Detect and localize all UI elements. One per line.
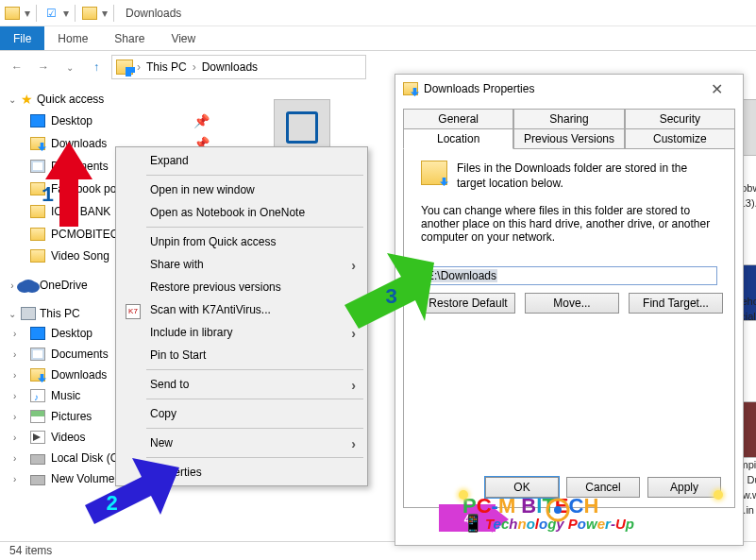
tab-strip: General Sharing Security Location Previo… (403, 109, 735, 508)
properties-qat-icon[interactable]: ☑ (42, 5, 59, 22)
ctx-include-library[interactable]: Include in library (118, 321, 365, 344)
status-item-count: 54 items (9, 544, 52, 557)
cancel-button[interactable]: Cancel (566, 477, 640, 498)
downloads-icon (116, 59, 133, 75)
folder-icon (30, 249, 45, 263)
folder-icon (30, 228, 45, 241)
ctx-new[interactable]: New (118, 432, 365, 454)
ribbon-tab-share[interactable]: Share (101, 26, 158, 50)
move-button[interactable]: Move... (525, 293, 619, 314)
onedrive-icon (21, 280, 36, 291)
downloads-icon (421, 161, 447, 185)
location-msg-1: Files in the Downloads folder are stored… (457, 161, 717, 191)
pictures-icon (30, 410, 45, 423)
dialog-titlebar[interactable]: Downloads Properties ✕ (395, 75, 743, 103)
k7-icon: K7 (126, 304, 141, 319)
videos-icon (30, 431, 45, 444)
ribbon-tab-home[interactable]: Home (44, 26, 101, 50)
breadcrumb-current[interactable]: Downloads (198, 60, 261, 74)
recent-dropdown[interactable]: ⌄ (59, 56, 81, 78)
ribbon-tab-file[interactable]: File (0, 26, 44, 50)
title-bar: ▾ ☑ ▾ ▾ Downloads (0, 0, 756, 26)
star-icon: ★ (21, 92, 33, 107)
back-button[interactable]: ← (6, 56, 28, 78)
drive-icon (30, 454, 45, 465)
ctx-properties[interactable]: Properties (118, 461, 365, 484)
ctx-open-new-window[interactable]: Open in new window (118, 178, 365, 201)
properties-dialog: Downloads Properties ✕ General Sharing S… (395, 74, 744, 546)
drive-icon (30, 475, 45, 485)
annotation-number-1: 1 (42, 184, 54, 208)
forward-button[interactable]: → (32, 56, 55, 78)
pc-icon (21, 307, 36, 320)
address-bar[interactable]: › This PC › Downloads (111, 55, 366, 79)
find-target-button[interactable]: Find Target... (629, 293, 723, 314)
folder-icon-2 (81, 5, 98, 22)
sidebar-item-desktop[interactable]: Desktop📌 (0, 110, 217, 132)
ctx-pin-start[interactable]: Pin to Start (118, 344, 365, 366)
ribbon: File Home Share View (0, 26, 756, 51)
chevron-icon[interactable]: › (191, 60, 198, 74)
downloads-icon (30, 368, 45, 382)
annotation-number-3: 3 (385, 286, 397, 310)
downloads-icon (30, 137, 45, 150)
apply-button[interactable]: Apply (647, 477, 721, 498)
desktop-icon (30, 327, 45, 340)
tab-security[interactable]: Security (625, 109, 735, 128)
collapse-icon[interactable]: ⌄ (8, 94, 17, 105)
ctx-expand[interactable]: Expand (118, 149, 365, 172)
path-input[interactable]: E:\Downloads (421, 266, 717, 285)
documents-icon (30, 348, 45, 361)
folder-icon (4, 5, 21, 22)
documents-icon (30, 160, 45, 173)
tab-sharing[interactable]: Sharing (513, 109, 624, 128)
tab-general[interactable]: General (403, 109, 513, 128)
qat-down-icon-2[interactable]: ▾ (63, 7, 69, 20)
collapse-icon[interactable]: ⌄ (8, 309, 17, 319)
breadcrumb-root[interactable]: This PC (143, 60, 191, 74)
close-button[interactable]: ✕ (697, 80, 735, 98)
context-menu: Expand Open in new window Open as Notebo… (115, 146, 368, 486)
downloads-icon (403, 82, 418, 95)
tab-customize[interactable]: Customize (625, 128, 735, 149)
expand-icon[interactable]: › (8, 280, 17, 291)
restore-default-button[interactable]: Restore Default (421, 293, 515, 314)
ctx-send-to[interactable]: Send to (118, 373, 365, 396)
customize-qat-icon[interactable]: ▾ (102, 7, 108, 20)
ribbon-tab-view[interactable]: View (158, 26, 209, 50)
chevron-icon[interactable]: › (135, 60, 143, 74)
ctx-scan-k7[interactable]: K7Scan with K7AntiVirus... (118, 298, 365, 321)
location-msg-2: You can change where files in this folde… (421, 204, 717, 244)
ok-button[interactable]: OK (485, 477, 559, 498)
ctx-restore-versions[interactable]: Restore previous versions (118, 276, 365, 298)
annotation-number-2: 2 (106, 493, 118, 517)
music-icon (30, 389, 45, 402)
ctx-unpin[interactable]: Unpin from Quick access (118, 230, 365, 253)
tab-panel-location: Files in the Downloads folder are stored… (403, 149, 735, 508)
up-button[interactable]: ↑ (85, 56, 108, 78)
ctx-share-with[interactable]: Share with (118, 253, 365, 276)
tab-location[interactable]: Location (403, 128, 513, 149)
ctx-open-onenote[interactable]: Open as Notebook in OneNote (118, 201, 365, 224)
qat-down-icon[interactable]: ▾ (25, 7, 30, 20)
tab-previous-versions[interactable]: Previous Versions (513, 128, 624, 149)
dialog-title: Downloads Properties (424, 82, 697, 95)
sidebar-quick-access[interactable]: ⌄ ★ Quick access (0, 89, 217, 110)
pin-icon: 📌 (193, 113, 210, 128)
desktop-icon (30, 114, 45, 127)
ctx-copy[interactable]: Copy (118, 402, 365, 425)
window-title: Downloads (126, 7, 181, 20)
